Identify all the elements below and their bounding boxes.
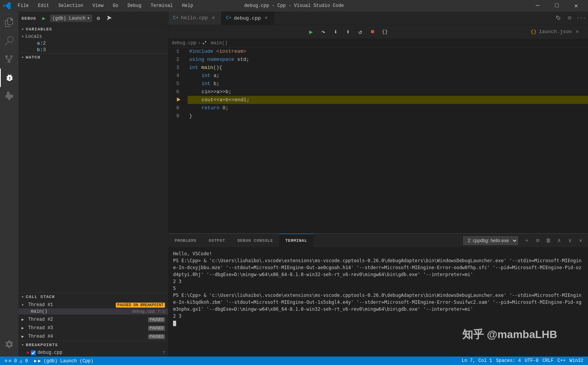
debug-restart-button[interactable]: ↺ xyxy=(355,27,366,37)
menu-help[interactable]: Help xyxy=(180,2,195,9)
title-bar-left: File Edit Selection View Go Debug Termin… xyxy=(3,2,195,10)
debug-step-out-button[interactable]: ⬆ xyxy=(343,27,353,37)
tab-debug-console[interactable]: DEBUG CONSOLE xyxy=(231,234,279,247)
code-editor[interactable]: 1 2 3 4 5 6 7 8 9 #include <iostream> xyxy=(168,47,588,233)
thread-1-header[interactable]: ▾ Thread #1 PAUSED ON BREAKPOINT xyxy=(18,301,168,308)
tab-hello-cpp-close[interactable]: × xyxy=(210,15,217,21)
token: #include xyxy=(189,47,216,55)
token: int xyxy=(202,80,213,88)
tab-debug-cpp-close[interactable]: × xyxy=(263,15,269,21)
token: namespace xyxy=(207,55,237,64)
line-num-5: 5 xyxy=(168,80,183,88)
tab-launch-json-close[interactable]: × xyxy=(574,29,580,35)
status-errors-text: ⊙ 0 △ 0 xyxy=(8,358,28,364)
debug-step-over-button[interactable]: ↷ xyxy=(318,27,329,37)
thread-3-header[interactable]: ▶ Thread #3 PAUSED xyxy=(18,325,168,332)
terminal-scroll-down-button[interactable]: ∨ xyxy=(565,236,575,246)
terminal-close-button[interactable]: ✕ xyxy=(576,236,586,246)
menu-debug[interactable]: Debug xyxy=(125,2,144,9)
tab-launch-json[interactable]: {} launch.json × xyxy=(526,25,585,39)
menu-file[interactable]: File xyxy=(15,2,31,9)
menu-selection[interactable]: Selection xyxy=(56,2,86,9)
status-debug-config[interactable]: ▶ ▶ (gdb) Launch (Cpp) xyxy=(33,357,95,365)
debug-step-into-button[interactable]: ⬇ xyxy=(330,27,341,37)
breakpoints-panel-header[interactable]: ▾ BREAKPOINTS xyxy=(18,341,168,349)
terminal-add-button[interactable]: + xyxy=(522,236,532,246)
variables-panel-header[interactable]: ▾ VARIABLES xyxy=(18,25,168,33)
debug-settings-button[interactable]: ⚙ xyxy=(94,14,103,23)
debug-hot-reload-button[interactable]: {} xyxy=(380,27,390,37)
status-language-text: C++ xyxy=(557,358,566,363)
activity-bar xyxy=(0,12,18,357)
window-controls: ─ □ ✕ xyxy=(529,0,585,12)
call-stack-frame-main[interactable]: main() debug.cpp 7:1 xyxy=(18,308,168,315)
line-num-3: 3 xyxy=(168,64,183,72)
bottom-container: PROBLEMS OUTPUT DEBUG CONSOLE TERMINAL 2… xyxy=(168,233,588,357)
status-platform-text: Win32 xyxy=(570,358,583,363)
menu-go[interactable]: Go xyxy=(110,2,120,9)
breadcrumb-file[interactable]: debug.cpp xyxy=(172,40,197,46)
terminal-scroll-up-button[interactable]: ∧ xyxy=(554,236,564,246)
status-position[interactable]: Ln 7, Col 1 xyxy=(460,358,494,363)
terminal-content[interactable]: Hello, VSCode! PS E:\Cpp> & 'c:\Users\li… xyxy=(168,247,588,357)
explorer-activity-icon[interactable] xyxy=(0,13,18,32)
debug-open-editor-button[interactable]: ⮞ xyxy=(105,14,114,23)
thread-4-header[interactable]: ▶ Thread #4 PAUSED xyxy=(18,333,168,340)
watch-panel-header[interactable]: ▾ WATCH xyxy=(18,54,168,61)
debug-stop-button[interactable]: ■ xyxy=(367,27,378,37)
close-button[interactable]: ✕ xyxy=(567,0,585,12)
terminal-split-button[interactable]: ⊟ xyxy=(533,236,543,246)
variable-a[interactable]: a: 2 xyxy=(18,40,168,47)
editor-debug-bar: ▶ ↷ ⬇ ⬆ ↺ ■ {} {} launch.json × xyxy=(168,25,588,39)
tab-terminal[interactable]: TERMINAL xyxy=(279,234,313,247)
token: b; xyxy=(213,80,220,88)
menu-terminal[interactable]: Terminal xyxy=(148,2,175,9)
terminal-trash-button[interactable]: 🗑 xyxy=(543,236,553,246)
watch-chevron-icon: ▾ xyxy=(22,55,24,60)
status-encoding-text: UTF-8 xyxy=(525,358,539,363)
debug-continue-button[interactable]: ▶ xyxy=(306,27,316,37)
tab-hello-cpp[interactable]: C+ hello.cpp × xyxy=(168,12,222,25)
settings-activity-icon[interactable] xyxy=(0,335,18,353)
debug-config-selector[interactable]: (gdb) Launch ▾ xyxy=(50,15,92,22)
minimize-button[interactable]: ─ xyxy=(529,0,546,12)
breakpoint-1-checkbox[interactable] xyxy=(31,350,36,355)
tab-problems[interactable]: PROBLEMS xyxy=(168,234,203,247)
watch-panel-title: WATCH xyxy=(26,55,40,60)
status-errors[interactable]: ⊙ ⊙ 0 △ 0 xyxy=(3,357,30,365)
split-editor-button[interactable]: ⊟ xyxy=(564,13,575,23)
status-line-ending[interactable]: CRLF xyxy=(541,358,555,363)
tab-launch-json-icon: {} xyxy=(531,29,537,35)
debug-activity-icon[interactable] xyxy=(0,69,18,87)
more-actions-button[interactable]: ··· xyxy=(576,13,586,23)
maximize-button[interactable]: □ xyxy=(548,0,566,12)
breakpoint-1[interactable]: ● debug.cpp 7 xyxy=(18,349,168,357)
menu-view[interactable]: View xyxy=(90,2,106,9)
status-spaces-text: Spaces: 4 xyxy=(496,358,521,363)
menu-edit[interactable]: Edit xyxy=(36,2,52,9)
token: 0; xyxy=(223,104,229,112)
breadcrumb-function[interactable]: main() xyxy=(202,40,227,46)
thread-3-badge: PAUSED xyxy=(148,326,165,331)
variable-b[interactable]: b: 3 xyxy=(18,47,168,53)
tab-debug-cpp[interactable]: C+ debug.cpp × xyxy=(222,12,275,25)
source-control-activity-icon[interactable] xyxy=(0,50,18,69)
status-encoding[interactable]: UTF-8 xyxy=(523,358,540,363)
window-title: debug.cpp - Cpp - Visual Studio Code xyxy=(244,3,344,8)
status-platform[interactable]: Win32 xyxy=(568,358,585,363)
thread-2-header[interactable]: ▶ Thread #2 PAUSED xyxy=(18,316,168,323)
status-language[interactable]: C++ xyxy=(556,358,567,363)
token: int xyxy=(202,72,213,80)
extensions-activity-icon[interactable] xyxy=(0,87,18,105)
terminal-dropdown[interactable]: 2: cppdbg: hello.exe xyxy=(463,236,518,245)
debug-play-button[interactable]: ▶ xyxy=(39,14,48,23)
status-spaces[interactable]: Spaces: 4 xyxy=(495,358,523,363)
search-activity-icon[interactable] xyxy=(0,32,18,50)
token: cout<<a+b<<endl; xyxy=(202,96,250,104)
code-line-8: return 0; xyxy=(188,104,588,112)
debug-toolbar-toggle[interactable] xyxy=(553,13,563,23)
call-stack-panel-header[interactable]: ▾ CALL STACK xyxy=(18,293,168,301)
locals-group-label[interactable]: ▾ Locals xyxy=(18,33,168,40)
tab-output[interactable]: OUTPUT xyxy=(203,234,232,247)
locals-group: ▾ Locals a: 2 b: 3 xyxy=(18,33,168,53)
